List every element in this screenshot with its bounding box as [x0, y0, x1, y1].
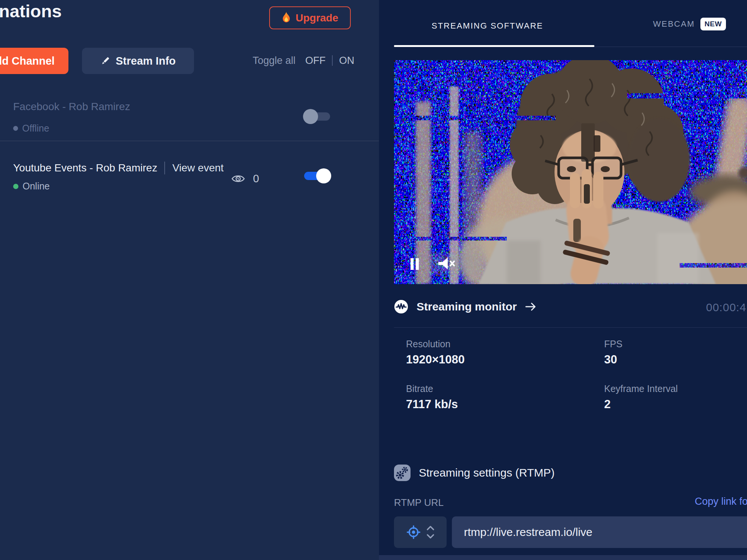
tab-streaming-software[interactable]: STREAMING SOFTWARE — [432, 21, 543, 31]
toggle-knob — [303, 109, 318, 124]
stat-keyframe-interval: Keyframe Interval 2 — [604, 383, 737, 411]
stat-value: 2 — [604, 398, 737, 411]
channel-status-youtube: Online — [13, 181, 50, 192]
divider — [332, 55, 333, 66]
stream-info-button[interactable]: Stream Info — [82, 48, 194, 74]
pulse-icon — [394, 300, 408, 314]
stat-value: 1920×1080 — [406, 353, 604, 366]
bottom-section-edge — [379, 555, 747, 560]
flame-icon — [282, 12, 291, 24]
rtmp-url-input[interactable] — [452, 516, 747, 548]
toggle-all-on-button[interactable]: ON — [339, 55, 355, 67]
gears-icon — [394, 465, 411, 481]
viewer-counter: 0 — [231, 173, 259, 185]
copy-link-button[interactable]: Copy link for — [695, 496, 747, 507]
rtmp-url-label: RTMP URL — [394, 497, 444, 509]
rtmp-server-selector[interactable] — [394, 516, 447, 548]
new-badge: NEW — [700, 18, 726, 30]
online-dot-icon — [13, 184, 18, 189]
arrow-right-icon[interactable] — [525, 302, 536, 312]
stat-value: 7117 kb/s — [406, 398, 604, 411]
toggle-knob — [316, 168, 331, 183]
stat-value: 30 — [604, 353, 737, 366]
toggle-all-label: Toggle all — [253, 55, 295, 67]
stat-label: Bitrate — [406, 383, 604, 394]
tab-webcam-label: WEBCAM — [653, 19, 695, 29]
stat-label: Keyframe Interval — [604, 383, 737, 394]
view-event-link[interactable]: View event — [172, 162, 223, 174]
stream-stats: Resolution 1920×1080 FPS 30 Bitrate 7117… — [406, 339, 737, 411]
stream-source-panel: STREAMING SOFTWARE WEBCAM NEW — [379, 0, 747, 560]
channel-status-facebook: Offline — [13, 123, 49, 134]
pencil-icon — [100, 56, 110, 66]
eye-icon — [231, 173, 245, 184]
upgrade-label: Upgrade — [295, 12, 338, 24]
streaming-settings-title: Streaming settings (RTMP) — [419, 466, 555, 479]
offline-dot-icon — [13, 126, 18, 131]
destinations-panel: Destinations Upgrade Add Channel St — [0, 0, 379, 560]
channel-toggle-facebook[interactable] — [304, 112, 330, 121]
stream-info-label: Stream Info — [116, 55, 176, 67]
toggle-all-group: Toggle all OFF ON — [253, 53, 355, 68]
add-channel-button[interactable]: Add Channel — [0, 48, 68, 74]
target-icon — [406, 525, 421, 539]
stat-label: Resolution — [406, 339, 604, 350]
chevron-up-down-icon — [426, 525, 435, 540]
divider — [0, 141, 379, 141]
divider — [394, 327, 747, 328]
tab-webcam[interactable]: WEBCAM NEW — [653, 18, 726, 30]
streaming-monitor-row[interactable]: Streaming monitor — [394, 300, 536, 314]
stat-fps: FPS 30 — [604, 339, 737, 366]
channel-status-label: Offline — [22, 123, 49, 134]
stream-timer: 00:00:4 — [706, 301, 746, 314]
stat-resolution: Resolution 1920×1080 — [406, 339, 604, 366]
divider — [164, 162, 165, 174]
toggle-all-off-button[interactable]: OFF — [305, 55, 326, 67]
stat-bitrate: Bitrate 7117 kb/s — [406, 383, 604, 411]
stat-label: FPS — [604, 339, 737, 350]
page-title: Destinations — [0, 1, 62, 21]
streaming-monitor-title: Streaming monitor — [417, 300, 517, 313]
stream-preview-video[interactable] — [394, 60, 747, 284]
viewer-count: 0 — [253, 173, 259, 185]
channel-name-youtube: Youtube Events - Rob Ramirez — [13, 162, 157, 174]
add-channel-label: Add Channel — [0, 55, 55, 67]
active-tab-indicator — [394, 45, 594, 47]
channel-name-facebook: Facebook - Rob Ramirez — [13, 101, 130, 113]
channel-row-youtube: Youtube Events - Rob Ramirez View event — [13, 162, 224, 174]
upgrade-button[interactable]: Upgrade — [269, 6, 351, 29]
channel-status-label: Online — [23, 181, 50, 192]
streaming-settings-header: Streaming settings (RTMP) — [394, 465, 555, 481]
channel-toggle-youtube[interactable] — [304, 172, 330, 180]
